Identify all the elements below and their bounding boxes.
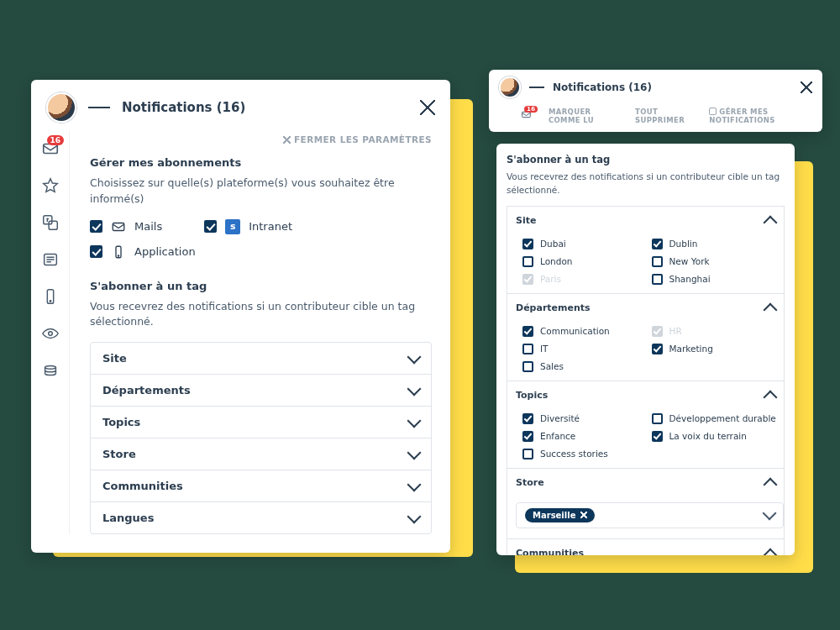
checkbox-intranet[interactable]	[204, 220, 217, 233]
close-icon[interactable]	[801, 81, 812, 93]
manage-notifications-button[interactable]: GÉRER MES NOTIFICATIONS	[709, 108, 812, 124]
mark-read-button[interactable]: MARQUER COMME LU	[549, 108, 622, 124]
chevron-down-icon	[407, 477, 422, 491]
checkbox-application[interactable]	[90, 245, 102, 258]
section-topics-header[interactable]: Topics	[507, 381, 784, 410]
section-site-body: DubaiDublinLondonNew YorkParisShanghai	[507, 235, 784, 293]
tag-label: Dubai	[540, 239, 566, 249]
news-icon[interactable]	[41, 250, 60, 269]
tag-label: Diversité	[540, 413, 580, 423]
checkbox[interactable]	[522, 344, 533, 354]
tag-label: HR	[669, 326, 682, 336]
accordion-row-site[interactable]: Site	[91, 343, 431, 374]
tag-option[interactable]: New York	[652, 256, 778, 267]
tag-option[interactable]: Dubai	[522, 239, 648, 249]
tag-option[interactable]: Dublin	[652, 239, 778, 249]
section-store-header[interactable]: Store	[507, 469, 784, 497]
store-chip[interactable]: Marseille	[525, 508, 595, 522]
mobile-icon	[111, 244, 126, 260]
eye-icon[interactable]	[41, 324, 60, 343]
section-site-header[interactable]: Site	[507, 207, 784, 235]
tag-label: Shanghai	[669, 274, 711, 284]
checkbox[interactable]	[522, 361, 533, 372]
bell-icon[interactable]: 16	[521, 109, 532, 123]
chevron-down-icon	[407, 381, 422, 396]
checkbox[interactable]	[652, 256, 663, 267]
tag-option[interactable]: Success stories	[522, 449, 648, 459]
close-parameters-button[interactable]: FERMER LES PARAMÈTRES	[90, 133, 432, 156]
delete-all-button[interactable]: TOUT SUPPRIMER	[635, 108, 696, 124]
star-icon[interactable]	[41, 176, 60, 195]
checkbox[interactable]	[652, 274, 663, 285]
section-departements-header[interactable]: Départements	[507, 294, 784, 323]
checkbox[interactable]	[522, 239, 533, 249]
section-topics-body: DiversitéDéveloppement durableEnfanceLa …	[507, 410, 784, 468]
checkbox-mails[interactable]	[90, 220, 102, 233]
checkbox[interactable]	[652, 344, 663, 354]
notifications-bar: Notifications (16) 16 MARQUER COMME LU T…	[489, 70, 822, 132]
section-communities-header[interactable]: Communities	[507, 539, 784, 556]
subscribe-tag-heading: S'abonner à un tag	[507, 154, 785, 165]
tag-option[interactable]: Shanghai	[652, 274, 778, 285]
tag-option[interactable]: Sales	[522, 361, 648, 372]
tag-option[interactable]: Communication	[522, 326, 648, 337]
tag-option[interactable]: Développement durable	[652, 413, 778, 424]
tag-option[interactable]: Enfance	[522, 431, 648, 442]
tag-label: Dublin	[669, 239, 698, 249]
checkbox[interactable]	[652, 431, 663, 442]
section-departements-body: CommunicationHRITMarketingSales	[507, 323, 784, 381]
avatar	[499, 76, 521, 98]
checkbox[interactable]	[652, 239, 663, 249]
svg-point-6	[48, 332, 52, 336]
tag-label: Paris	[540, 274, 561, 284]
stack-icon[interactable]	[41, 361, 60, 380]
tag-option: Paris	[522, 274, 648, 285]
svg-rect-2	[49, 221, 57, 229]
checkbox[interactable]	[652, 413, 663, 424]
section-departements: Départements CommunicationHRITMarketingS…	[507, 293, 785, 381]
checkbox	[522, 274, 533, 285]
translate-icon[interactable]	[41, 213, 60, 232]
tag-label: Développement durable	[669, 413, 776, 423]
mobile-icon[interactable]	[41, 287, 60, 306]
svg-point-9	[118, 255, 118, 255]
tag-label: La voix du terrain	[669, 431, 747, 441]
chevron-up-icon	[764, 302, 778, 317]
manage-subscriptions-sub: Choisissez sur quelle(s) plateforme(s) v…	[90, 176, 432, 207]
section-label: Topics	[516, 390, 548, 401]
checkbox[interactable]	[522, 449, 533, 459]
platform-mails[interactable]: Mails	[90, 219, 162, 234]
platform-intranet[interactable]: s Intranet	[204, 219, 292, 234]
close-icon	[283, 136, 291, 144]
tag-option[interactable]: London	[522, 256, 648, 267]
store-chip-select[interactable]: Marseille	[516, 502, 784, 528]
sharepoint-icon: s	[225, 219, 240, 234]
checkbox[interactable]	[522, 326, 533, 337]
accordion-row-communities[interactable]: Communities	[91, 470, 431, 501]
notification-badge: 16	[47, 135, 65, 145]
close-icon[interactable]	[420, 100, 435, 115]
platform-application[interactable]: Application	[90, 244, 196, 260]
tag-option[interactable]: La voix du terrain	[652, 431, 778, 442]
accordion-row-store[interactable]: Store	[91, 438, 431, 470]
accordion-row-langues[interactable]: Langues	[91, 501, 431, 533]
section-store: Store Marseille	[507, 468, 785, 538]
chip-remove-icon[interactable]	[580, 512, 587, 518]
checkbox[interactable]	[522, 431, 533, 442]
tag-option[interactable]: Diversité	[522, 413, 648, 424]
tag-option[interactable]: Marketing	[652, 344, 778, 354]
subscribe-tag-sub: Vous recevrez des notifications si un co…	[507, 171, 785, 197]
notification-badge: 16	[524, 106, 538, 113]
tag-option[interactable]: IT	[522, 344, 648, 354]
checkbox[interactable]	[522, 256, 533, 267]
accordion-row-topics[interactable]: Topics	[91, 406, 431, 438]
tag-label: Marketing	[669, 344, 713, 354]
checkbox[interactable]	[522, 413, 533, 424]
section-label: Départements	[516, 302, 591, 313]
accordion-row-departements[interactable]: Départements	[91, 374, 431, 406]
bar-actions: 16 MARQUER COMME LU TOUT SUPPRIMER GÉRER…	[489, 105, 822, 132]
accordion-label: Topics	[102, 416, 140, 428]
section-label: Store	[516, 477, 544, 488]
bell-icon[interactable]: 16	[41, 139, 60, 158]
section-store-body: Marseille	[507, 497, 784, 538]
